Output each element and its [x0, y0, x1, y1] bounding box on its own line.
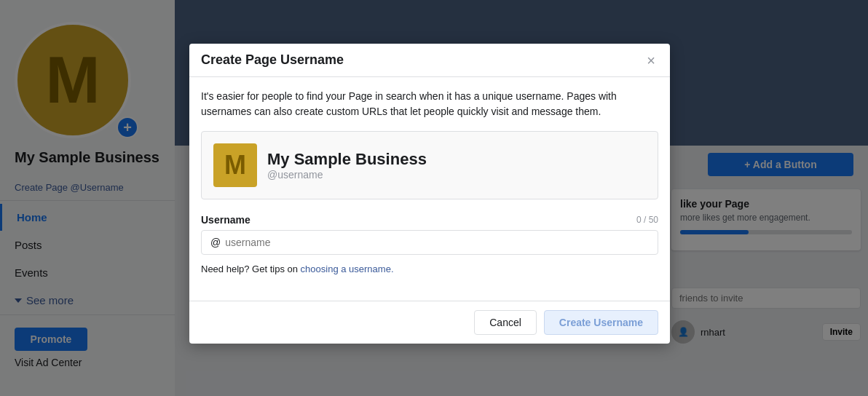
cancel-button[interactable]: Cancel [474, 310, 537, 335]
username-input[interactable] [225, 237, 649, 248]
username-input-wrapper: @ [201, 230, 658, 255]
modal-close-button[interactable]: × [644, 53, 658, 68]
create-username-button[interactable]: Create Username [544, 310, 658, 335]
modal-footer: Cancel Create Username [189, 301, 670, 344]
biz-logo: M [213, 143, 257, 187]
biz-name: My Sample Business [267, 150, 427, 169]
choosing-username-link[interactable]: choosing a username. [301, 264, 394, 274]
create-username-modal: Create Page Username × It's easier for p… [189, 44, 670, 344]
modal-body: It's easier for people to find your Page… [189, 77, 670, 301]
biz-username: @username [267, 169, 427, 181]
username-at-symbol: @ [210, 237, 221, 248]
modal-header: Create Page Username × [189, 44, 670, 77]
username-label-row: Username 0 / 50 [201, 214, 658, 226]
business-preview-card: M My Sample Business @username [201, 131, 658, 199]
modal-title: Create Page Username [201, 52, 344, 68]
modal-description: It's easier for people to find your Page… [201, 89, 658, 119]
username-count: 0 / 50 [636, 215, 658, 225]
biz-info: My Sample Business @username [267, 150, 427, 181]
username-label: Username [201, 214, 250, 226]
help-text: Need help? Get tips on choosing a userna… [201, 264, 658, 274]
